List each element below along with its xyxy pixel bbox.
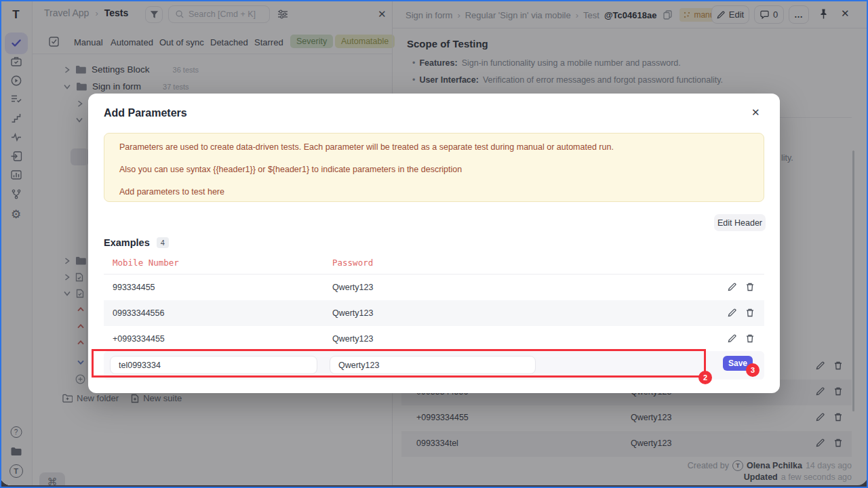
modal-close-icon[interactable]: ✕ <box>751 106 760 119</box>
info-paragraph: Parameters are used to create data-drive… <box>119 142 614 152</box>
table-header-divider <box>104 274 764 274</box>
annotation-step-3: 3 <box>746 363 760 377</box>
delete-row-icon[interactable] <box>746 283 754 291</box>
cell-mobile: 993334455 <box>113 283 155 292</box>
screen: T <box>0 0 868 488</box>
delete-row-icon[interactable] <box>746 334 754 343</box>
column-header-mobile: Mobile Number <box>113 258 179 268</box>
info-paragraph: Also you can use syntax {{header1}} or $… <box>119 165 462 174</box>
row-actions <box>728 283 754 291</box>
table-row-stripe <box>104 300 764 326</box>
examples-count-badge: 4 <box>157 237 169 248</box>
edit-row-icon[interactable] <box>728 308 736 317</box>
annotation-highlight-rect <box>92 349 706 378</box>
cell-password: Qwerty123 <box>332 283 373 292</box>
examples-header: Examples 4 <box>104 237 169 248</box>
examples-title: Examples <box>104 237 150 248</box>
cell-password: Qwerty123 <box>332 308 373 318</box>
add-parameters-modal: Add Parameters ✕ Parameters are used to … <box>88 94 780 393</box>
parameters-info-box: Parameters are used to create data-drive… <box>104 133 764 202</box>
cell-mobile: +0993334455 <box>113 334 165 344</box>
edit-row-icon[interactable] <box>728 283 736 291</box>
delete-row-icon[interactable] <box>746 308 754 317</box>
edit-header-button[interactable]: Edit Header <box>714 214 766 231</box>
info-paragraph: Add parameters to test here <box>119 187 224 197</box>
modal-title: Add Parameters <box>104 107 187 119</box>
column-header-password: Password <box>332 258 373 268</box>
row-actions <box>728 334 754 343</box>
annotation-step-2: 2 <box>698 371 712 384</box>
row-actions <box>728 308 754 317</box>
edit-row-icon[interactable] <box>728 334 736 343</box>
cell-password: Qwerty123 <box>332 334 373 344</box>
cell-mobile: 09933344556 <box>113 308 164 318</box>
